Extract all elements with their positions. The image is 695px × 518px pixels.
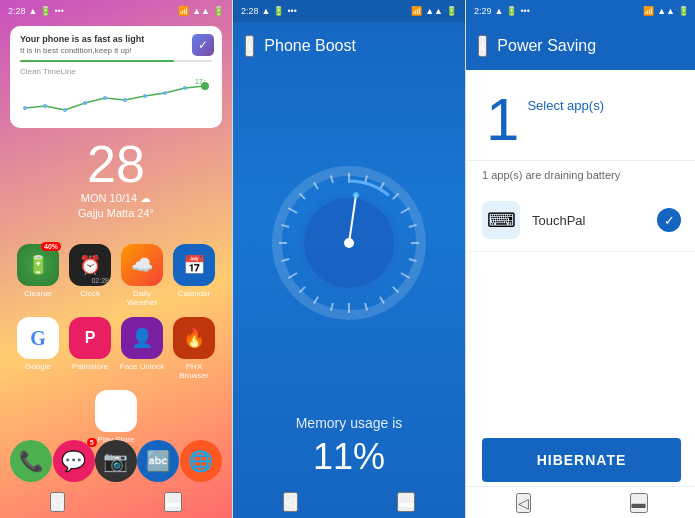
signal-icon: ▲ [29,6,38,16]
time-boost: 2:28 [241,6,259,16]
back-button-boost-nav[interactable]: ◁ [283,492,298,512]
power-title: Power Saving [497,37,596,55]
app-calendar-label: Calendar [178,289,210,298]
battery2-icon: 🔋 [213,6,224,16]
svg-point-7 [123,98,127,102]
day-number: 28 [0,138,232,190]
mini-chart: 17↑ [20,78,212,118]
back-button-power-nav[interactable]: ◁ [516,493,531,513]
app-phx[interactable]: 🔥 PHX Browser [171,317,217,380]
back-button-boost[interactable]: ‹ [245,35,254,57]
notif-body: It is in best condition,keep it up! [20,46,212,55]
app-palmstore[interactable]: P Palmstore [67,317,113,380]
memory-value: 11% [233,436,465,478]
location: Gajju Matta 24° [0,207,232,219]
app-calendar[interactable]: 📅 Calendar [171,244,217,307]
back-button-home[interactable]: ◁ [50,492,65,512]
svg-point-2 [23,106,27,110]
touchpal-icon: ⌨ [482,201,520,239]
battery-power-icon: 🔋 [506,6,517,16]
wifi-icon: 📶 [178,6,189,16]
battery-icon: 🔋 [40,6,51,16]
phone-boost-panel: 2:28 ▲ 🔋 ••• 📶 ▲▲ 🔋 ‹ Phone Boost [233,0,465,518]
svg-point-9 [163,91,167,95]
date-display: 28 MON 10/14 ☁ Gajju Matta 24° [0,138,232,219]
app-phx-label: PHX Browser [171,362,217,380]
svg-point-5 [83,101,87,105]
app-cleaner[interactable]: 🔋 40% Cleaner [15,244,61,307]
status-bar-home: 2:28 ▲ 🔋 ••• 📶 ▲▲ 🔋 [0,0,232,22]
dock-phone[interactable]: 📞 [10,440,52,482]
signal-power-icon: ▲ [495,6,504,16]
battery2-boost-icon: 🔋 [446,6,457,16]
dock-messages[interactable]: 💬 5 [53,440,95,482]
svg-point-40 [344,238,354,248]
signal-boost-icon: ▲ [262,6,271,16]
home-nav-bar: ◁ ▬ [0,486,232,518]
home-button-power[interactable]: ▬ [630,493,648,513]
wifi-boost-icon: 📶 [411,6,422,16]
boost-title: Phone Boost [264,37,356,55]
app-list-item-touchpal[interactable]: ⌨ TouchPal ✓ [466,189,695,252]
app-row3: ▶ Play Store [0,390,232,444]
app-playstore[interactable]: ▶ Play Store [90,390,142,444]
check-icon: ✓ [657,208,681,232]
select-num: 1 [486,90,519,150]
app-google[interactable]: G Google [15,317,61,380]
notif-progress-fill [20,60,174,62]
app-grid-row2: G Google P Palmstore 👤 Face Unlock 🔥 PHX… [0,317,232,390]
app-face-unlock[interactable]: 👤 Face Unlock [119,317,165,380]
more-icon: ••• [54,6,63,16]
hibernate-button[interactable]: HIBERNATE [482,438,681,482]
power-nav-bar: ◁ ▬ [466,486,695,518]
svg-point-8 [143,94,147,98]
speedometer [269,163,429,323]
wifi-power-icon: 📶 [643,6,654,16]
app-clock-label: Clock [80,289,100,298]
boost-header: ‹ Phone Boost [233,22,465,70]
app-cleaner-label: Cleaner [24,289,52,298]
draining-info: 1 app(s) are draining battery [466,160,695,189]
home-screen: 2:28 ▲ 🔋 ••• 📶 ▲▲ 🔋 ✓ Your phone is as f… [0,0,232,518]
svg-point-3 [43,104,47,108]
app-google-label: Google [25,362,51,371]
boost-nav-bar: ◁ ▬ [233,486,465,518]
dock-camera[interactable]: 📷 [95,440,137,482]
app-palmstore-label: Palmstore [72,362,108,371]
app-weather[interactable]: ☁️ Daily Weather [119,244,165,307]
time-home: 2:28 [8,6,26,16]
battery-boost-icon: 🔋 [273,6,284,16]
power-saving-panel: 2:29 ▲ 🔋 ••• 📶 ▲▲ 🔋 ‹ Power Saving 1 Sel… [466,0,695,518]
status-bar-power: 2:29 ▲ 🔋 ••• 📶 ▲▲ 🔋 [466,0,695,22]
dock-chrome[interactable]: 🌐 [180,440,222,482]
svg-point-10 [183,86,187,90]
signal2-boost-icon: ▲▲ [425,6,443,16]
status-bar-boost: 2:28 ▲ 🔋 ••• 📶 ▲▲ 🔋 [233,0,465,22]
touchpal-name: TouchPal [532,213,645,228]
power-select-number: 1 Select app(s) [466,70,695,160]
signal2-power-icon: ▲▲ [657,6,675,16]
power-header: ‹ Power Saving [466,22,695,70]
svg-point-4 [63,108,67,112]
svg-text:17↑: 17↑ [195,78,206,85]
notif-clean-icon: ✓ [192,34,214,56]
select-label: Select app(s) [527,90,604,113]
notif-title: Your phone is as fast as light [20,34,212,44]
dock-translate[interactable]: 🔤 [137,440,179,482]
home-button-boost[interactable]: ▬ [397,492,415,512]
speedometer-area [233,70,465,415]
app-grid-row1: 🔋 40% Cleaner ⏰ 02:28 Clock ☁️ Daily Wea… [0,234,232,317]
notif-progress-bg [20,60,212,62]
app-clock[interactable]: ⏰ 02:28 Clock [67,244,113,307]
back-button-power[interactable]: ‹ [478,35,487,57]
notification-card[interactable]: ✓ Your phone is as fast as light It is i… [10,26,222,128]
signal2-icon: ▲▲ [192,6,210,16]
bottom-dock: 📞 💬 5 📷 🔤 🌐 [0,440,232,482]
svg-point-6 [103,96,107,100]
home-button[interactable]: ▬ [164,492,182,512]
app-weather-label: Daily Weather [119,289,165,307]
app-face-unlock-label: Face Unlock [120,362,164,371]
memory-label: Memory usage is [233,415,465,431]
battery2-power-icon: 🔋 [678,6,689,16]
time-power: 2:29 [474,6,492,16]
